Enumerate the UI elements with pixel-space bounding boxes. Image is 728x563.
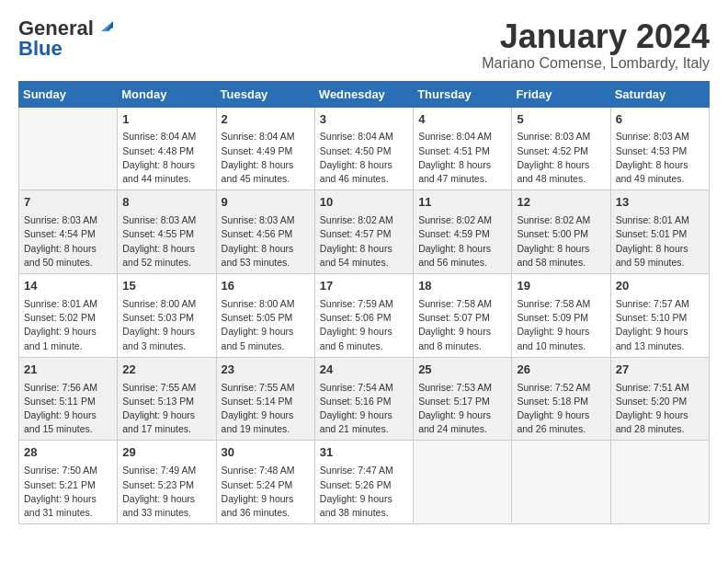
day-number: 19 — [517, 278, 605, 295]
day-header-friday: Friday — [512, 81, 610, 107]
day-number: 10 — [320, 194, 408, 212]
day-number: 29 — [122, 444, 210, 462]
day-header-thursday: Thursday — [414, 81, 512, 107]
day-info: Sunrise: 7:49 AMSunset: 5:23 PMDaylight:… — [122, 464, 210, 520]
day-info: Sunrise: 7:52 AMSunset: 5:18 PMDaylight:… — [517, 381, 605, 437]
day-number: 18 — [418, 278, 506, 295]
day-info: Sunrise: 7:50 AMSunset: 5:21 PMDaylight:… — [24, 464, 112, 520]
calendar-day-cell: 18Sunrise: 7:58 AMSunset: 5:07 PMDayligh… — [414, 274, 512, 358]
day-number: 16 — [222, 278, 310, 295]
day-number: 13 — [616, 194, 704, 212]
day-number: 21 — [24, 362, 112, 379]
calendar-day-cell: 1Sunrise: 8:04 AMSunset: 4:48 PMDaylight… — [118, 107, 216, 190]
calendar-day-cell: 9Sunrise: 8:03 AMSunset: 4:56 PMDaylight… — [216, 190, 314, 274]
day-info: Sunrise: 7:58 AMSunset: 5:07 PMDaylight:… — [418, 297, 506, 353]
day-info: Sunrise: 8:03 AMSunset: 4:56 PMDaylight:… — [222, 213, 310, 270]
calendar-day-cell: 19Sunrise: 7:58 AMSunset: 5:09 PMDayligh… — [512, 274, 610, 358]
day-number: 23 — [222, 362, 310, 379]
calendar-day-cell — [19, 107, 118, 190]
day-number: 9 — [222, 194, 310, 212]
page-header: General Blue January 2024 Mariano Comens… — [18, 18, 710, 72]
calendar-header-row: SundayMondayTuesdayWednesdayThursdayFrid… — [19, 81, 710, 107]
day-header-tuesday: Tuesday — [216, 81, 314, 107]
calendar-day-cell: 11Sunrise: 8:02 AMSunset: 4:59 PMDayligh… — [414, 190, 512, 274]
day-number: 8 — [122, 194, 210, 212]
day-number: 12 — [517, 194, 605, 212]
day-info: Sunrise: 7:56 AMSunset: 5:11 PMDaylight:… — [24, 381, 112, 437]
calendar-day-cell — [414, 441, 512, 524]
calendar-day-cell: 13Sunrise: 8:01 AMSunset: 5:01 PMDayligh… — [610, 190, 709, 274]
calendar-day-cell: 3Sunrise: 8:04 AMSunset: 4:50 PMDaylight… — [314, 107, 413, 190]
calendar-day-cell: 25Sunrise: 7:53 AMSunset: 5:17 PMDayligh… — [414, 357, 512, 441]
day-info: Sunrise: 8:01 AMSunset: 5:02 PMDaylight:… — [24, 297, 112, 353]
calendar-day-cell: 15Sunrise: 8:00 AMSunset: 5:03 PMDayligh… — [118, 274, 216, 358]
day-number: 7 — [24, 194, 112, 212]
day-header-monday: Monday — [118, 81, 216, 107]
calendar-week-row: 28Sunrise: 7:50 AMSunset: 5:21 PMDayligh… — [19, 441, 710, 524]
month-title: January 2024 — [482, 18, 710, 55]
day-info: Sunrise: 8:04 AMSunset: 4:50 PMDaylight:… — [320, 130, 408, 186]
title-section: January 2024 Mariano Comense, Lombardy, … — [482, 18, 710, 72]
day-info: Sunrise: 7:54 AMSunset: 5:16 PMDaylight:… — [320, 381, 408, 437]
calendar-day-cell: 6Sunrise: 8:03 AMSunset: 4:53 PMDaylight… — [610, 107, 709, 190]
day-info: Sunrise: 7:57 AMSunset: 5:10 PMDaylight:… — [616, 297, 704, 353]
day-info: Sunrise: 8:03 AMSunset: 4:53 PMDaylight:… — [616, 130, 704, 186]
day-info: Sunrise: 7:55 AMSunset: 5:13 PMDaylight:… — [122, 381, 210, 437]
calendar-day-cell: 17Sunrise: 7:59 AMSunset: 5:06 PMDayligh… — [314, 274, 413, 358]
day-info: Sunrise: 8:04 AMSunset: 4:48 PMDaylight:… — [122, 130, 210, 186]
day-info: Sunrise: 7:53 AMSunset: 5:17 PMDaylight:… — [418, 381, 506, 437]
calendar-day-cell: 23Sunrise: 7:55 AMSunset: 5:14 PMDayligh… — [216, 357, 314, 441]
day-info: Sunrise: 7:58 AMSunset: 5:09 PMDaylight:… — [517, 297, 605, 353]
day-info: Sunrise: 8:03 AMSunset: 4:54 PMDaylight:… — [24, 213, 112, 270]
day-number: 17 — [320, 278, 408, 295]
day-number: 11 — [418, 194, 506, 212]
day-number: 26 — [517, 362, 605, 379]
day-number: 4 — [418, 111, 506, 129]
calendar-day-cell — [610, 441, 709, 524]
calendar-table: SundayMondayTuesdayWednesdayThursdayFrid… — [18, 81, 710, 525]
day-number: 5 — [517, 111, 605, 129]
calendar-day-cell: 7Sunrise: 8:03 AMSunset: 4:54 PMDaylight… — [19, 190, 118, 274]
calendar-day-cell: 27Sunrise: 7:51 AMSunset: 5:20 PMDayligh… — [610, 357, 709, 441]
calendar-day-cell: 16Sunrise: 8:00 AMSunset: 5:05 PMDayligh… — [216, 274, 314, 358]
day-number: 2 — [222, 111, 310, 129]
calendar-day-cell: 20Sunrise: 7:57 AMSunset: 5:10 PMDayligh… — [610, 274, 709, 358]
calendar-day-cell: 14Sunrise: 8:01 AMSunset: 5:02 PMDayligh… — [19, 274, 118, 358]
calendar-day-cell: 10Sunrise: 8:02 AMSunset: 4:57 PMDayligh… — [314, 190, 413, 274]
day-number: 3 — [320, 111, 408, 129]
day-header-wednesday: Wednesday — [314, 81, 413, 107]
logo-blue: Blue — [18, 39, 63, 59]
day-info: Sunrise: 8:00 AMSunset: 5:05 PMDaylight:… — [222, 297, 310, 353]
calendar-week-row: 14Sunrise: 8:01 AMSunset: 5:02 PMDayligh… — [19, 274, 710, 358]
day-info: Sunrise: 8:02 AMSunset: 4:59 PMDaylight:… — [418, 213, 506, 270]
day-header-sunday: Sunday — [19, 81, 118, 107]
day-info: Sunrise: 8:02 AMSunset: 5:00 PMDaylight:… — [517, 213, 605, 270]
day-number: 27 — [616, 362, 704, 379]
calendar-day-cell: 30Sunrise: 7:48 AMSunset: 5:24 PMDayligh… — [216, 441, 314, 524]
logo-general: General — [18, 18, 94, 39]
calendar-week-row: 21Sunrise: 7:56 AMSunset: 5:11 PMDayligh… — [19, 357, 710, 441]
calendar-day-cell: 8Sunrise: 8:03 AMSunset: 4:55 PMDaylight… — [118, 190, 216, 274]
day-number: 24 — [320, 362, 408, 379]
day-info: Sunrise: 8:04 AMSunset: 4:49 PMDaylight:… — [222, 130, 310, 186]
day-number: 1 — [122, 111, 210, 129]
day-number: 15 — [122, 278, 210, 295]
logo-bird-icon — [97, 18, 113, 35]
calendar-day-cell: 22Sunrise: 7:55 AMSunset: 5:13 PMDayligh… — [118, 357, 216, 441]
day-info: Sunrise: 8:00 AMSunset: 5:03 PMDaylight:… — [122, 297, 210, 353]
day-number: 31 — [320, 444, 408, 462]
calendar-day-cell: 5Sunrise: 8:03 AMSunset: 4:52 PMDaylight… — [512, 107, 610, 190]
day-number: 25 — [418, 362, 506, 379]
calendar-day-cell: 12Sunrise: 8:02 AMSunset: 5:00 PMDayligh… — [512, 190, 610, 274]
day-number: 20 — [616, 278, 704, 295]
day-header-saturday: Saturday — [610, 81, 709, 107]
calendar-day-cell: 28Sunrise: 7:50 AMSunset: 5:21 PMDayligh… — [19, 441, 118, 524]
day-number: 30 — [222, 444, 310, 462]
day-number: 14 — [24, 278, 112, 295]
day-info: Sunrise: 8:03 AMSunset: 4:55 PMDaylight:… — [122, 213, 210, 270]
calendar-day-cell: 4Sunrise: 8:04 AMSunset: 4:51 PMDaylight… — [414, 107, 512, 190]
calendar-day-cell: 26Sunrise: 7:52 AMSunset: 5:18 PMDayligh… — [512, 357, 610, 441]
day-info: Sunrise: 7:51 AMSunset: 5:20 PMDaylight:… — [616, 381, 704, 437]
calendar-day-cell: 21Sunrise: 7:56 AMSunset: 5:11 PMDayligh… — [19, 357, 118, 441]
location-title: Mariano Comense, Lombardy, Italy — [482, 55, 710, 72]
